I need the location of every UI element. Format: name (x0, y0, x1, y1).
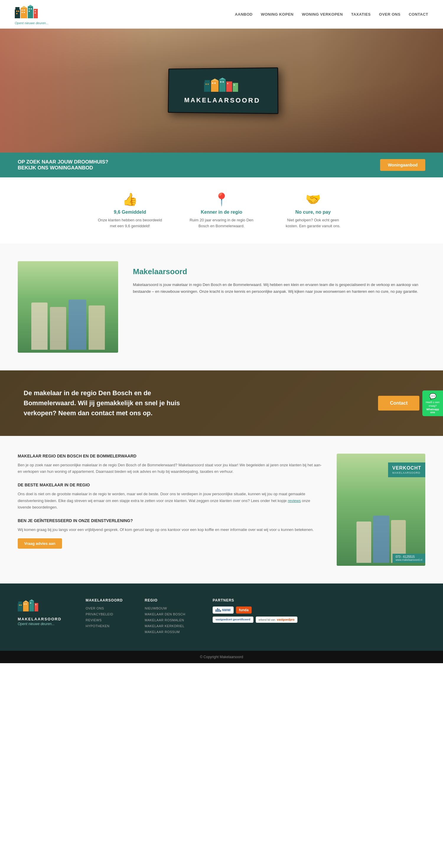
content-title-1: MAKELAAR REGIO DEN BOSCH EN DE BOMMELERW… (18, 454, 322, 458)
footer-link-nieuwbouw[interactable]: NIEUWBOUW (145, 607, 198, 610)
svg-rect-15 (31, 8, 32, 9)
svg-rect-24 (233, 83, 238, 92)
nav-aanbod[interactable]: AANBOD (235, 12, 253, 17)
footer-link-kerkdriel[interactable]: MAKELAAR KERKDRIEL (145, 624, 198, 628)
woningaanbod-button[interactable]: Woningaanbod (380, 159, 425, 171)
full-cta-text: De makelaar in de regio Den Bosch en de … (24, 388, 183, 418)
svg-rect-9 (16, 13, 18, 14)
content-text-2a: Ons doel is niet om de grootste makelaar… (18, 492, 305, 503)
about-text: Makelaarsoord is jouw makelaar in regio … (133, 282, 425, 295)
cta-banner: OP ZOEK NAAR JOUW DROOMHUIS? BEKIJK ONS … (0, 153, 443, 177)
svg-rect-45 (26, 603, 27, 605)
svg-rect-38 (29, 601, 34, 612)
svg-rect-42 (19, 605, 20, 606)
whatsapp-sublabel: Whatsapp ons (425, 408, 440, 414)
footer-link-over-ons[interactable]: OVER ONS (86, 607, 130, 610)
svg-marker-25 (211, 79, 219, 81)
footer-tagline: Opent nieuwe deuren... (18, 622, 71, 626)
content-title-3: BEN JE GEÏNTERESSEERD IN ONZE DIENSTVERL… (18, 518, 322, 523)
footer-col-partners: PARTNERS NWWI funda vastgoedcert g (213, 598, 297, 636)
cta-text: OP ZOEK NAAR JOUW DROOMHUIS? BEKIJK ONS … (18, 159, 108, 171)
partners-row2: vastgoedcert gecertificeerd erkend lid v… (213, 617, 297, 623)
content-text-2: Ons doel is niet om de grootste makelaar… (18, 491, 322, 510)
svg-rect-21 (211, 81, 218, 92)
logo-tagline: Opent nieuwe deuren... (15, 21, 49, 25)
nwwi-badge: NWWI (213, 607, 234, 614)
full-cta-section: De makelaar in de regio Den Bosch en de … (0, 370, 443, 436)
footer-link-privacy[interactable]: PRIVACYBELEID (86, 612, 130, 616)
feature-rating: 👍 9,6 Gemiddeld Onze klanten hebben ons … (97, 192, 163, 229)
footer-col1-title: MAKELAARSOORD (86, 598, 130, 602)
svg-rect-20 (205, 80, 210, 82)
contact-button[interactable]: Contact (378, 396, 419, 410)
copyright-text: © Copyright Makelaarsoord (200, 655, 243, 659)
logo-area: Opent nieuwe deuren... (15, 4, 49, 25)
phone-badge: 073 - 6125515 www.makelaarsoord.nl (392, 554, 425, 563)
svg-rect-16 (29, 11, 30, 12)
svg-marker-41 (29, 599, 34, 601)
footer-link-rossum[interactable]: MAKELAAR ROSSUM (145, 630, 198, 634)
footer-brand: MAKELAARSOORD (18, 617, 71, 621)
svg-rect-27 (206, 84, 207, 85)
svg-marker-6 (28, 5, 33, 6)
nav-woning-kopen[interactable]: WONING KOPEN (261, 12, 294, 17)
footer-copyright: © Copyright Makelaarsoord (0, 651, 443, 663)
map-pin-icon: 📍 (189, 192, 254, 207)
svg-rect-34 (234, 85, 235, 86)
feature-region-title: Kenner in de regio (189, 210, 254, 215)
svg-rect-13 (24, 12, 25, 13)
whatsapp-float[interactable]: 💬 Heeft u een vraag? Whatsapp ons (422, 391, 443, 416)
hero-sign-logo (204, 77, 239, 93)
svg-rect-30 (214, 82, 215, 84)
svg-rect-3 (28, 6, 33, 18)
footer-col3-title: PARTNERS (213, 598, 297, 602)
svg-rect-47 (35, 604, 37, 605)
footer-logo-icon (18, 598, 41, 614)
nav-contact[interactable]: CONTACT (409, 12, 428, 17)
logo-icon (15, 4, 41, 21)
nav-woning-verkopen[interactable]: WONING VERKOPEN (302, 12, 343, 17)
feature-rating-desc: Onze klanten hebben ons beoordeeld met e… (97, 217, 163, 229)
vastgoedcert-badge: vastgoedcert gecertificeerd (213, 617, 254, 623)
about-section: Makelaarsoord Makelaarsoord is jouw make… (0, 244, 443, 370)
phone-number: 073 - 6125515 (395, 555, 422, 558)
hero-sign-title: MAKELAARSOORD (184, 96, 260, 104)
reviews-link[interactable]: reviews (288, 498, 301, 503)
content-section: MAKELAAR REGIO DEN BOSCH EN DE BOMMELERW… (0, 436, 443, 584)
footer-link-hypotheken[interactable]: HYPOTHEKEN (86, 624, 130, 628)
cta-line1: OP ZOEK NAAR JOUW DROOMHUIS? (18, 159, 108, 165)
vastgoedpro-badge: erkend lid van: vastgoedpro (256, 617, 298, 623)
svg-rect-1 (16, 7, 20, 9)
svg-rect-10 (22, 9, 23, 11)
verkocht-label: VERKOCHT (392, 465, 421, 471)
svg-rect-44 (24, 603, 25, 605)
footer-col2-title: REGIO (145, 598, 198, 602)
footer: MAKELAARSOORD Opent nieuwe deuren... MAK… (0, 584, 443, 651)
svg-rect-18 (34, 12, 36, 13)
nav-taxaties[interactable]: TAXATIES (351, 12, 371, 17)
content-text-1: Ben je op zoek naar een persoonlijke mak… (18, 462, 322, 475)
about-content: Makelaarsoord Makelaarsoord is jouw make… (133, 261, 425, 295)
svg-rect-29 (212, 82, 213, 84)
features-section: 👍 9,6 Gemiddeld Onze klanten hebben ons … (0, 177, 443, 244)
cta-line2: BEKIJK ONS WONINGAANBOD (18, 165, 108, 171)
footer-link-rosmalen[interactable]: MAKELAAR ROSMALEN (145, 618, 198, 622)
footer-columns: MAKELAARSOORD OVER ONS PRIVACYBELEID REV… (86, 598, 425, 636)
feature-guarantee-desc: Niet geholpen? Ook echt geen kosten. Een… (280, 217, 346, 229)
content-left: MAKELAAR REGIO DEN BOSCH EN DE BOMMELERW… (18, 454, 322, 549)
svg-rect-8 (18, 11, 19, 12)
content-text-3: Wij komen graag bij jou langs voor een v… (18, 527, 322, 533)
whatsapp-label: Heeft u een vraag? (425, 401, 440, 408)
svg-rect-43 (21, 605, 22, 606)
feature-region: 📍 Kenner in de regio Ruim 20 jaar ervari… (189, 192, 254, 229)
footer-logo-area: MAKELAARSOORD Opent nieuwe deuren... (18, 598, 71, 636)
feature-region-desc: Ruim 20 jaar ervaring in de regio Den Bo… (189, 217, 254, 229)
footer-link-reviews[interactable]: REVIEWS (86, 618, 130, 622)
advice-button[interactable]: Vraag advies aan (18, 538, 62, 549)
footer-link-den-bosch[interactable]: MAKELAAR DEN BOSCH (145, 612, 198, 616)
nav-over-ons[interactable]: OVER ONS (379, 12, 401, 17)
svg-rect-17 (34, 10, 36, 11)
svg-rect-19 (204, 82, 211, 92)
hero-sign: MAKELAARSOORD (168, 67, 278, 114)
svg-rect-32 (223, 81, 224, 83)
